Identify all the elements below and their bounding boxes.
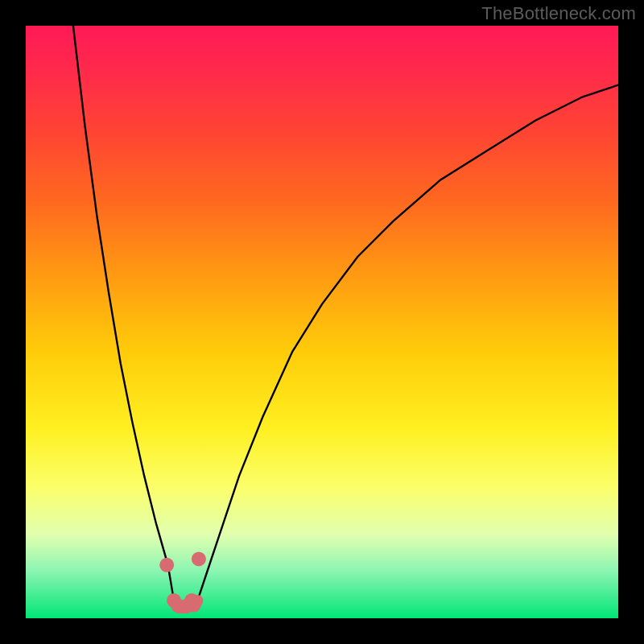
marker-dot (184, 593, 199, 608)
marker-dot (192, 551, 206, 566)
marker-dot (159, 558, 174, 572)
chart-svg (26, 26, 618, 618)
curve-left (73, 26, 174, 601)
credit-text: TheBottleneck.com (481, 3, 636, 24)
plot-area (26, 26, 618, 618)
curve-right (197, 85, 618, 601)
outer-frame: TheBottleneck.com (0, 0, 644, 644)
